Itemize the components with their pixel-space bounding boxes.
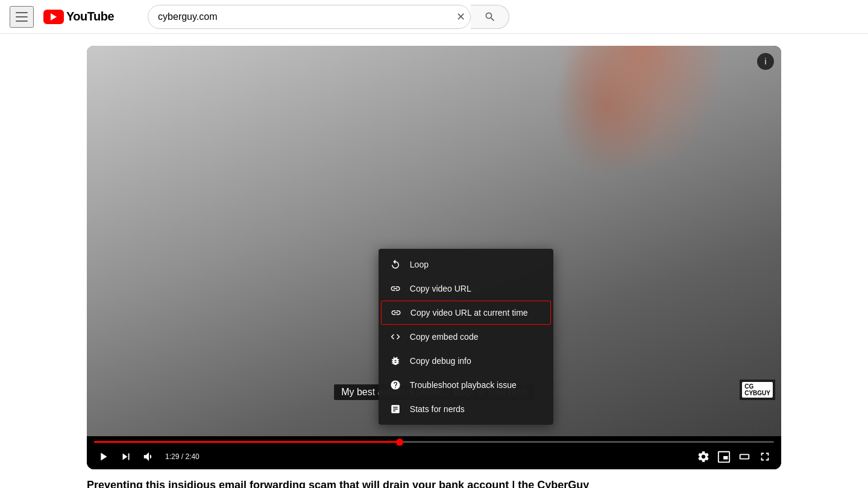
youtube-logo[interactable]: YouTube	[43, 10, 114, 24]
menu-label-stats: Stats for nerds	[410, 404, 465, 414]
search-button[interactable]	[471, 5, 509, 29]
progress-bar[interactable]	[94, 441, 774, 443]
menu-item-loop[interactable]: Loop	[379, 252, 553, 277]
menu-label-copy-url-time: Copy video URL at current time	[410, 308, 528, 318]
menu-label-loop: Loop	[410, 260, 429, 269]
next-button[interactable]	[117, 448, 135, 466]
miniplayer-icon	[717, 450, 731, 463]
video-watermark: CGCYBGUY	[740, 380, 775, 400]
video-player[interactable]: i My best antivirus protec... back in Yo…	[87, 46, 781, 436]
volume-icon	[142, 450, 156, 463]
youtube-logo-text: YouTube	[66, 10, 114, 23]
menu-label-copy-url: Copy video URL	[410, 284, 471, 293]
progress-fill	[94, 441, 400, 443]
video-wrapper: i My best antivirus protec... back in Yo…	[87, 46, 781, 469]
header: YouTube ✕	[0, 0, 868, 34]
loop-icon	[389, 258, 401, 271]
video-info-button[interactable]: i	[757, 53, 774, 70]
search-clear-button[interactable]: ✕	[451, 5, 470, 28]
youtube-logo-icon	[43, 10, 64, 24]
search-container: ✕	[148, 5, 509, 29]
debug-icon	[389, 355, 401, 367]
fullscreen-button[interactable]	[756, 448, 774, 466]
context-menu: Loop Copy video URL Copy video URL at cu…	[379, 249, 553, 425]
menu-item-copy-url-time[interactable]: Copy video URL at current time	[381, 301, 551, 325]
link-icon	[389, 283, 401, 295]
settings-icon	[697, 450, 710, 463]
video-info: Preventing this insidious email forwardi…	[87, 478, 781, 488]
search-input[interactable]	[148, 11, 451, 22]
video-controls: 1:29 / 2:40	[87, 436, 781, 469]
menu-item-copy-debug[interactable]: Copy debug info	[379, 349, 553, 373]
menu-button[interactable]	[10, 6, 34, 28]
search-icon	[484, 11, 496, 23]
video-title: Preventing this insidious email forwardi…	[87, 478, 781, 488]
play-button[interactable]	[94, 448, 112, 466]
time-display: 1:29 / 2:40	[165, 452, 200, 461]
menu-item-troubleshoot[interactable]: Troubleshoot playback issue	[379, 373, 553, 397]
controls-row: 1:29 / 2:40	[94, 448, 774, 466]
menu-item-stats[interactable]: Stats for nerds	[379, 397, 553, 421]
watermark-text: CGCYBGUY	[742, 382, 773, 398]
right-controls	[694, 448, 774, 466]
menu-item-copy-url[interactable]: Copy video URL	[379, 277, 553, 301]
menu-label-copy-debug: Copy debug info	[410, 356, 471, 366]
theater-button[interactable]	[735, 448, 753, 466]
volume-button[interactable]	[140, 448, 158, 466]
miniplayer-button[interactable]	[715, 448, 733, 466]
embed-icon	[389, 331, 401, 343]
chart-icon	[389, 403, 401, 415]
next-icon	[119, 450, 133, 463]
main-content: i My best antivirus protec... back in Yo…	[72, 34, 796, 488]
link-time-icon	[390, 307, 402, 319]
play-icon	[96, 450, 110, 463]
menu-label-troubleshoot: Troubleshoot playback issue	[410, 380, 517, 390]
help-circle-icon	[389, 379, 401, 391]
search-bar: ✕	[148, 5, 471, 29]
fullscreen-icon	[758, 450, 772, 463]
menu-label-copy-embed: Copy embed code	[410, 332, 479, 342]
theater-icon	[738, 450, 751, 463]
settings-button[interactable]	[694, 448, 712, 466]
menu-item-copy-embed[interactable]: Copy embed code	[379, 325, 553, 349]
